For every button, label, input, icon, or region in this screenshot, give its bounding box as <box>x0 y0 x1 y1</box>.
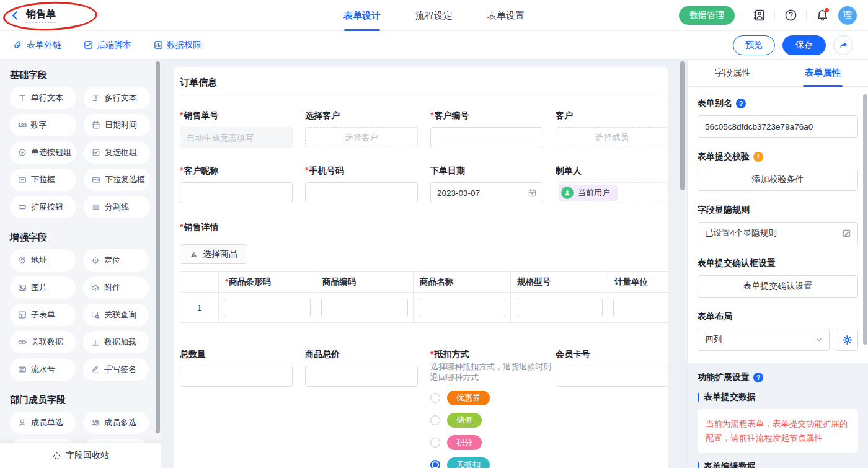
customer-no-input[interactable] <box>430 127 543 148</box>
field-item-address[interactable]: 地址 <box>10 249 76 272</box>
field-item-attachment[interactable]: 附件 <box>83 276 149 299</box>
field-recycle-bin[interactable]: 字段回收站 <box>0 443 161 468</box>
tab-field-properties[interactable]: 字段属性 <box>688 60 778 86</box>
radio-option-stored-value[interactable]: 储值 <box>430 413 543 428</box>
canvas-scrollbar[interactable] <box>680 61 685 190</box>
tab-form-properties[interactable]: 表单属性 <box>778 60 868 86</box>
sidebar-scrollbar[interactable] <box>156 61 160 433</box>
member-card-input[interactable] <box>556 366 668 387</box>
field-deduction[interactable]: *抵扣方式 选择哪种抵扣方式，退货退款时则退回哪种方式 优惠券 储值 积分 <box>430 349 543 468</box>
form-external-link[interactable]: 表单外链 <box>14 40 61 51</box>
image-icon <box>18 283 27 292</box>
field-item-datetime[interactable]: 日期时间 <box>84 114 150 136</box>
linked-query-icon <box>91 311 100 319</box>
field-select-customer[interactable]: 选择客户 选择客户 <box>305 110 418 148</box>
field-sale-detail[interactable]: *销售详情 选择商品 *商品条形码 商品编码 商品名称 规格型号 计量单位 1 <box>179 222 663 323</box>
field-item-extend-button[interactable]: 扩展按钮 <box>10 196 76 218</box>
field-item-multi-select[interactable]: 下拉复选框 <box>84 169 150 191</box>
field-item-image[interactable]: 图片 <box>10 276 76 299</box>
field-sale-no[interactable]: *销售单号 <box>180 110 293 148</box>
save-button[interactable]: 保存 <box>782 35 826 55</box>
field-total-qty[interactable]: 总数量 <box>180 349 293 468</box>
edit-icon[interactable] <box>842 229 851 238</box>
visibility-rules-box[interactable]: 已设置4个显隐规则 <box>698 222 858 244</box>
barcode-input[interactable] <box>224 298 311 317</box>
field-item-linked-query[interactable]: 关联查询 <box>83 304 149 326</box>
edit-data-label: 表单编辑数据 <box>698 461 858 468</box>
unit-input[interactable] <box>613 298 668 317</box>
total-qty-input[interactable] <box>180 366 293 387</box>
single-line-text-icon <box>18 94 27 102</box>
backend-script-link[interactable]: 后端脚本 <box>84 40 131 51</box>
layout-select[interactable]: 四列 <box>698 329 830 351</box>
field-item-multi-line-text[interactable]: 多行文本 <box>84 87 150 109</box>
radio-option-no-deduction[interactable]: 无抵扣 <box>430 457 543 468</box>
field-item-select[interactable]: 下拉框 <box>10 169 76 191</box>
help-icon[interactable] <box>783 8 798 23</box>
creator-box[interactable]: 当前用户 <box>556 182 668 203</box>
field-order-date[interactable]: 下单日期 2023-03-07 <box>430 166 543 203</box>
field-item-radio-group[interactable]: 单选按钮组 <box>10 141 76 164</box>
form-section-title[interactable]: 订单信息 <box>179 77 663 89</box>
data-manage-button[interactable]: 数据管理 <box>679 6 735 25</box>
help-badge-icon[interactable]: ? <box>736 99 746 108</box>
select-customer-box[interactable]: 选择客户 <box>305 127 418 148</box>
field-item-subform[interactable]: 子表单 <box>10 304 76 326</box>
phone-input[interactable] <box>305 182 418 203</box>
help-badge-icon[interactable]: ? <box>753 373 763 382</box>
panel-scrollbar[interactable] <box>863 94 867 345</box>
order-date-input[interactable]: 2023-03-07 <box>430 182 543 203</box>
table-row: 1 <box>180 292 668 322</box>
data-permission-link[interactable]: 数据权限 <box>154 40 202 51</box>
datetime-icon <box>92 121 100 130</box>
product-name-input[interactable] <box>418 298 505 317</box>
total-amount-input[interactable] <box>305 366 418 387</box>
notification-bell-icon[interactable] <box>815 8 830 23</box>
field-customer-no[interactable]: *客户编号 <box>430 110 543 148</box>
warning-badge-icon[interactable]: ! <box>753 152 763 162</box>
field-member-card[interactable]: 会员卡号 <box>556 349 668 468</box>
layout-settings-button[interactable] <box>836 329 858 351</box>
field-item-signature[interactable]: 手写签名 <box>83 358 149 381</box>
submit-confirm-button[interactable]: 表单提交确认设置 <box>698 275 858 298</box>
field-item-data-load[interactable]: 数据加载 <box>83 331 149 353</box>
bar-chart-icon <box>190 250 198 258</box>
sale-no-input[interactable] <box>180 127 293 148</box>
add-validation-button[interactable]: 添加校验条件 <box>698 169 858 191</box>
field-item-divider[interactable]: 分割线 <box>84 196 150 218</box>
field-item-number[interactable]: 123 数字 <box>10 114 76 136</box>
field-item-member-single[interactable]: 成员单选 <box>10 412 76 434</box>
section-title-basic-fields: 基础字段 <box>10 69 149 81</box>
nickname-input[interactable] <box>180 182 293 203</box>
table-header-product-name: 商品名称 <box>414 272 511 292</box>
select-member-box[interactable]: 选择成员 <box>556 127 668 148</box>
avatar[interactable]: 理 <box>838 6 857 25</box>
field-nickname[interactable]: *客户昵称 <box>180 166 293 203</box>
field-creator[interactable]: 制单人 当前用户 <box>556 166 668 203</box>
tab-form-design[interactable]: 表单设计 <box>343 0 381 31</box>
select-product-button[interactable]: 选择商品 <box>180 244 247 264</box>
tab-process-setting[interactable]: 流程设定 <box>415 0 453 31</box>
subform-table: *商品条形码 商品编码 商品名称 规格型号 计量单位 1 <box>180 271 668 323</box>
properties-panel: 字段属性 表单属性 表单别名 ? 表单提交校验 ! 添加校验条件 字段显隐规则 … <box>687 60 868 468</box>
field-customer[interactable]: 客户 选择成员 <box>556 110 668 148</box>
contacts-icon[interactable] <box>751 8 766 23</box>
preview-button[interactable]: 预览 <box>733 35 775 55</box>
tab-form-settings[interactable]: 表单设置 <box>487 0 525 31</box>
form-layout-label: 表单布局 <box>698 311 858 322</box>
field-item-member-multi[interactable]: 成员多选 <box>83 412 149 434</box>
recycle-icon <box>52 451 61 461</box>
field-item-checkbox-group[interactable]: 复选框组 <box>84 141 150 164</box>
field-item-linked-data[interactable]: 关联数据 <box>10 331 76 353</box>
share-button[interactable] <box>833 35 853 55</box>
radio-option-coupon[interactable]: 优惠券 <box>430 391 543 405</box>
form-alias-input[interactable] <box>698 115 858 138</box>
field-item-single-line-text[interactable]: 单行文本 <box>10 87 76 109</box>
field-item-location[interactable]: 定位 <box>83 249 149 272</box>
spec-input[interactable] <box>516 298 603 317</box>
field-total-amount[interactable]: 商品总价 <box>305 349 418 468</box>
field-item-serial-number[interactable]: 流水号 <box>10 358 76 381</box>
radio-option-points[interactable]: 积分 <box>430 435 543 450</box>
product-code-input[interactable] <box>321 298 408 317</box>
field-phone[interactable]: *手机号码 <box>305 166 418 203</box>
